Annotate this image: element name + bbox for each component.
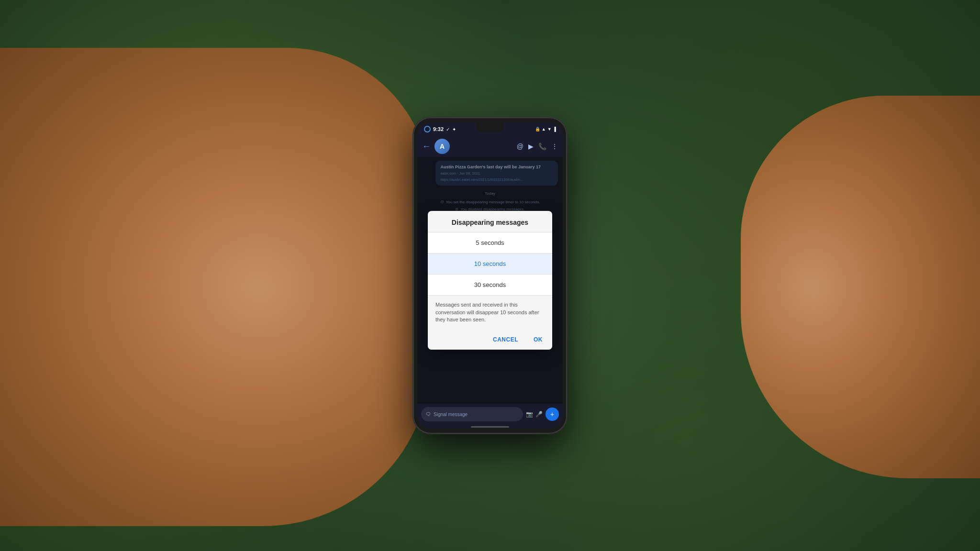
signal-icon: ▼ <box>547 127 552 132</box>
camera-icon[interactable]: 📷 <box>526 411 533 418</box>
phone: 9:32 ✓ ✦ 🔒 ▲ ▼ ▐ ← A @ <box>413 118 567 433</box>
chat-area: Austin Pizza Garden's last day will be J… <box>417 157 563 404</box>
check-icon: ✓ <box>446 127 450 132</box>
status-left: 9:32 ✓ ✦ <box>424 126 456 132</box>
scene: 9:32 ✓ ✦ 🔒 ▲ ▼ ▐ ← A @ <box>0 0 980 551</box>
video-icon[interactable]: ▶ <box>528 143 534 150</box>
message-input[interactable]: 🗨 Signal message <box>421 407 523 421</box>
at-icon[interactable]: @ <box>517 143 523 150</box>
sticker-icon: 🗨 <box>426 412 431 417</box>
status-right: 🔒 ▲ ▼ ▐ <box>535 127 556 132</box>
wifi-icon: ▲ <box>542 127 546 132</box>
send-button[interactable]: + <box>546 408 559 421</box>
more-icon[interactable]: ⋮ <box>551 143 558 150</box>
hand-left <box>0 48 431 526</box>
dialog-title: Disappearing messages <box>428 211 552 232</box>
disappearing-messages-dialog: Disappearing messages 5 seconds 10 secon… <box>428 211 552 349</box>
app-bar: ← A @ ▶ 📞 ⋮ <box>417 136 563 157</box>
phone-icon[interactable]: 📞 <box>538 143 546 150</box>
dialog-info-text: Messages sent and received in this conve… <box>428 295 552 329</box>
back-button[interactable]: ← <box>422 142 431 152</box>
ok-button[interactable]: OK <box>530 333 546 346</box>
input-bar: 🗨 Signal message 📷 🎤 + <box>417 404 563 425</box>
dialog-option-30sec[interactable]: 30 seconds <box>428 274 552 295</box>
input-placeholder: Signal message <box>434 412 518 417</box>
dialog-overlay: Disappearing messages 5 seconds 10 secon… <box>417 157 563 404</box>
settings-icon: ✦ <box>452 127 456 132</box>
status-time: 9:32 <box>433 126 444 132</box>
phone-notch <box>476 122 504 132</box>
home-bar <box>471 426 509 428</box>
input-icons: 📷 🎤 <box>526 411 543 418</box>
dialog-option-5sec[interactable]: 5 seconds <box>428 232 552 253</box>
cancel-button[interactable]: CANCEL <box>489 333 522 346</box>
home-indicator <box>417 425 563 429</box>
phone-screen: 9:32 ✓ ✦ 🔒 ▲ ▼ ▐ ← A @ <box>417 122 563 429</box>
mic-icon[interactable]: 🎤 <box>535 411 543 418</box>
app-bar-actions: @ ▶ 📞 ⋮ <box>517 143 558 150</box>
status-app-icon <box>424 126 431 132</box>
dialog-option-10sec[interactable]: 10 seconds <box>428 253 552 274</box>
battery-icon: ▐ <box>553 127 556 132</box>
dialog-actions: CANCEL OK <box>428 330 552 350</box>
lock-icon: 🔒 <box>535 127 540 132</box>
avatar: A <box>434 139 450 154</box>
